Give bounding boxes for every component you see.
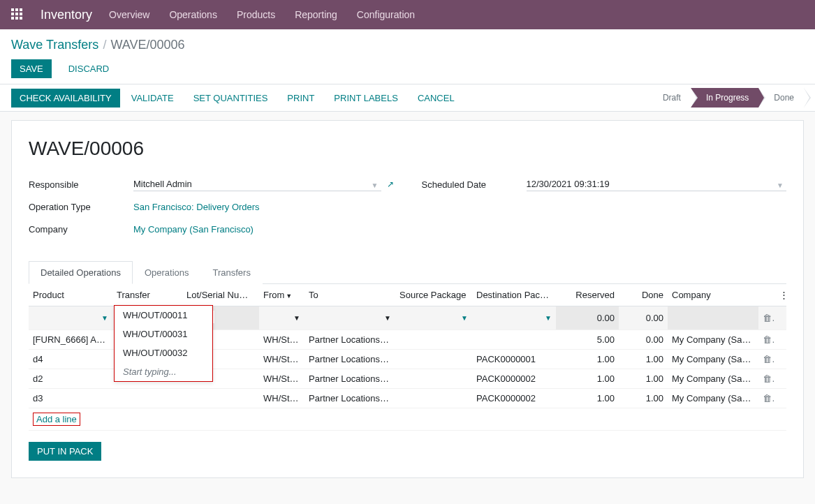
chevron-down-icon[interactable]: ▼ — [461, 314, 468, 322]
tab-detailed-operations[interactable]: Detailed Operations — [29, 261, 133, 284]
check-availability-button[interactable]: Check Availability — [11, 89, 120, 108]
column-options-icon[interactable]: ⋮ — [775, 284, 786, 306]
tab-transfers[interactable]: Transfers — [201, 261, 263, 284]
field-responsible[interactable]: Mitchell Admin ▼ — [133, 177, 381, 191]
print-labels-button[interactable]: Print Labels — [325, 89, 406, 108]
cell-from[interactable]: ▼ — [259, 306, 304, 330]
cell-company[interactable]: My Company (San … — [668, 330, 758, 350]
cell-product[interactable]: d4 — [29, 350, 112, 369]
cell-destination-package[interactable]: PACK0000002 — [472, 389, 556, 408]
cell-reserved[interactable]: 0.00 — [556, 306, 619, 330]
status-in-progress[interactable]: In Progress — [691, 88, 758, 108]
chevron-down-icon: ▼ — [777, 181, 784, 189]
table-row[interactable]: d3 WH/Stock Partner Locations/… PACK0000… — [29, 389, 786, 408]
chevron-down-icon[interactable]: ▼ — [545, 314, 552, 322]
cell-company[interactable]: My Company (San … — [668, 389, 758, 408]
delete-row-icon[interactable]: 🗑 — [758, 369, 775, 389]
cell-done[interactable]: 1.00 — [619, 369, 668, 389]
cell-source-package[interactable]: ▼ — [395, 306, 472, 330]
tab-operations[interactable]: Operations — [133, 261, 201, 284]
external-link-icon[interactable]: ↗ — [387, 179, 394, 189]
cell-product[interactable]: ▼ — [29, 306, 112, 330]
cell-product[interactable]: [FURN_6666] Ac… — [29, 330, 112, 350]
field-company: My Company (San Francisco) — [133, 224, 394, 235]
cancel-button[interactable]: Cancel — [409, 89, 463, 108]
chevron-down-icon[interactable]: ▼ — [384, 314, 391, 322]
cell-source-package[interactable] — [395, 389, 472, 408]
breadcrumb-root[interactable]: Wave Transfers — [11, 38, 98, 52]
cell-reserved[interactable]: 1.00 — [556, 389, 619, 408]
transfer-dropdown[interactable]: WH/OUT/00011 WH/OUT/00031 WH/OUT/00032 S… — [114, 305, 213, 382]
cell-done[interactable]: 0.00 — [619, 306, 668, 330]
cell-to[interactable]: Partner Locations/… — [304, 350, 395, 369]
cell-destination-package[interactable]: PACK0000002 — [472, 369, 556, 389]
cell-done[interactable]: 1.00 — [619, 350, 668, 369]
cell-done[interactable]: 1.00 — [619, 389, 668, 408]
th-destination-package[interactable]: Destination Pack… — [472, 284, 556, 306]
cell-product[interactable]: d3 — [29, 389, 112, 408]
discard-button[interactable]: Discard — [60, 59, 118, 78]
save-button[interactable]: Save — [11, 59, 52, 78]
validate-button[interactable]: Validate — [123, 89, 182, 108]
print-button[interactable]: Print — [279, 89, 323, 108]
cell-source-package[interactable] — [395, 350, 472, 369]
cell-product[interactable]: d2 — [29, 369, 112, 389]
link-company[interactable]: My Company (San Francisco) — [133, 224, 254, 235]
cell-from[interactable]: WH/Stock — [259, 350, 304, 369]
dropdown-option[interactable]: WH/OUT/00031 — [115, 325, 212, 343]
cell-from[interactable]: WH/Stock — [259, 330, 304, 350]
delete-row-icon[interactable]: 🗑 — [758, 389, 775, 408]
th-company[interactable]: Company — [668, 284, 758, 306]
field-scheduled-date[interactable]: 12/30/2021 09:31:19 ▼ — [527, 177, 787, 191]
cell-lot[interactable] — [182, 389, 259, 408]
th-transfer[interactable]: Transfer — [112, 284, 182, 306]
delete-row-icon[interactable]: 🗑 — [758, 306, 775, 330]
cell-reserved[interactable]: 1.00 — [556, 369, 619, 389]
status-draft[interactable]: Draft — [647, 88, 691, 108]
cell-source-package[interactable] — [395, 330, 472, 350]
delete-row-icon[interactable]: 🗑 — [758, 330, 775, 350]
th-source-package[interactable]: Source Package — [395, 284, 472, 306]
nav-configuration[interactable]: Configuration — [357, 9, 415, 20]
dropdown-search[interactable]: Start typing... — [115, 362, 212, 381]
th-product[interactable]: Product — [29, 284, 112, 306]
nav-reporting[interactable]: Reporting — [295, 9, 337, 20]
nav-products[interactable]: Products — [237, 9, 275, 20]
cell-done[interactable]: 0.00 — [619, 330, 668, 350]
cell-to[interactable]: ▼ — [304, 306, 395, 330]
th-lot[interactable]: Lot/Serial Numb… — [182, 284, 259, 306]
th-done[interactable]: Done — [619, 284, 668, 306]
nav-menu: Overview Operations Products Reporting C… — [109, 9, 415, 20]
cell-to[interactable]: Partner Locations/… — [304, 369, 395, 389]
cell-to[interactable]: Partner Locations/… — [304, 389, 395, 408]
cell-destination-package[interactable] — [472, 330, 556, 350]
link-operation-type[interactable]: San Francisco: Delivery Orders — [133, 202, 260, 212]
cell-company[interactable]: My Company (San … — [668, 350, 758, 369]
cell-company[interactable] — [668, 306, 758, 330]
chevron-down-icon[interactable]: ▼ — [101, 314, 108, 322]
add-line-button[interactable]: Add a line — [33, 413, 80, 426]
chevron-down-icon[interactable]: ▼ — [293, 314, 300, 322]
cell-destination-package[interactable]: ▼ — [472, 306, 556, 330]
cell-reserved[interactable]: 5.00 — [556, 330, 619, 350]
th-reserved[interactable]: Reserved — [556, 284, 619, 306]
cell-source-package[interactable] — [395, 369, 472, 389]
cell-destination-package[interactable]: PACK0000001 — [472, 350, 556, 369]
dropdown-option[interactable]: WH/OUT/00032 — [115, 343, 212, 362]
nav-overview[interactable]: Overview — [109, 9, 149, 20]
dropdown-option[interactable]: WH/OUT/00011 — [115, 306, 212, 325]
cell-reserved[interactable]: 1.00 — [556, 350, 619, 369]
cell-from[interactable]: WH/Stock — [259, 389, 304, 408]
delete-row-icon[interactable]: 🗑 — [758, 350, 775, 369]
cell-transfer[interactable] — [112, 389, 182, 408]
cell-from[interactable]: WH/Stock — [259, 369, 304, 389]
th-to[interactable]: To — [304, 284, 395, 306]
set-quantities-button[interactable]: Set Quantities — [185, 89, 277, 108]
put-in-pack-button[interactable]: Put In Pack — [29, 442, 101, 461]
nav-operations[interactable]: Operations — [169, 9, 216, 20]
apps-icon[interactable] — [11, 8, 24, 21]
control-panel: Wave Transfers / WAVE/00006 Save Discard — [0, 29, 815, 84]
cell-to[interactable]: Partner Locations/… — [304, 330, 395, 350]
th-from[interactable]: From▼ — [259, 284, 304, 306]
cell-company[interactable]: My Company (San … — [668, 369, 758, 389]
